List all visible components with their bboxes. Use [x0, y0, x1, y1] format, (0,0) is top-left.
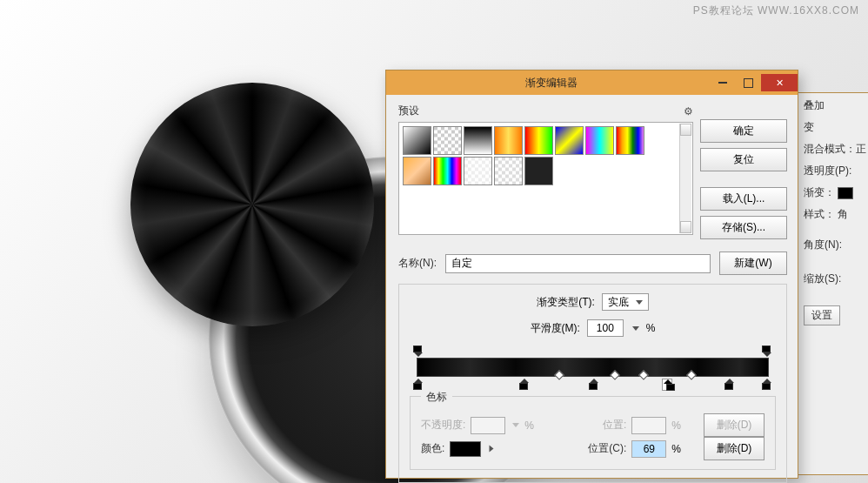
color-stop[interactable] [519, 379, 530, 391]
preset-swatch[interactable] [494, 126, 523, 155]
color-stop[interactable] [762, 379, 772, 391]
chevron-down-icon[interactable] [632, 326, 639, 331]
preset-swatch[interactable] [555, 126, 584, 155]
presets-gear-icon[interactable]: ⚙ [684, 105, 693, 117]
delete-opacity-stop-button: 删除(D) [704, 413, 765, 437]
smoothness-label: 平滑度(M): [531, 321, 580, 336]
opacity-position-label: 位置: [603, 418, 626, 433]
preset-swatch[interactable] [616, 126, 644, 155]
window-close-button[interactable] [761, 74, 798, 91]
presets-label: 预设 [398, 104, 419, 118]
gradient-editor-dialog: 渐变编辑器 预设 ⚙ [385, 70, 798, 479]
color-stop-selected[interactable] [662, 379, 672, 391]
color-stop[interactable] [413, 379, 424, 391]
side-scale-label: 缩放(S): [804, 272, 865, 286]
chevron-right-icon[interactable] [490, 446, 494, 453]
delete-color-stop-button[interactable]: 删除(D) [704, 437, 765, 460]
chevron-down-icon [512, 423, 519, 427]
new-button[interactable]: 新建(W) [719, 252, 787, 275]
presets-box [398, 122, 693, 235]
preset-swatch[interactable] [433, 126, 462, 155]
side-opacity-label: 透明度(P): [804, 164, 865, 178]
save-button[interactable]: 存储(S)... [700, 216, 787, 239]
preset-swatch[interactable] [464, 126, 492, 155]
preset-swatch[interactable] [464, 157, 492, 185]
preset-swatch[interactable] [433, 157, 462, 185]
window-minimize-button[interactable] [711, 74, 735, 91]
percent-sign: % [524, 419, 534, 432]
side-grad-short: 变 [804, 120, 865, 135]
color-position-input[interactable] [631, 440, 666, 458]
side-style-label: 样式： 角 [804, 207, 865, 222]
percent-sign: % [646, 322, 656, 334]
load-button[interactable]: 载入(L)... [700, 187, 787, 211]
layer-style-dialog-partial: 叠加 变 混合模式：正 透明度(P): 渐变： 样式： 角 角度(N): 缩放(… [794, 92, 868, 475]
cancel-button[interactable]: 复位 [700, 148, 787, 171]
background-knob-graphic [130, 83, 374, 326]
preset-swatch[interactable] [585, 126, 614, 155]
opacity-position-input [631, 417, 666, 434]
color-stop-label: 颜色: [421, 441, 444, 456]
ok-button[interactable]: 确定 [700, 119, 787, 143]
gradient-ramp[interactable] [410, 345, 776, 391]
presets-scrollbar[interactable] [679, 124, 691, 233]
side-settings-button[interactable]: 设置 [804, 305, 840, 325]
stops-title: 色标 [421, 390, 452, 405]
titlebar[interactable]: 渐变编辑器 [386, 70, 798, 95]
opacity-stop-label: 不透明度: [421, 418, 465, 433]
chevron-down-icon [636, 300, 643, 305]
name-label: 名称(N): [398, 256, 437, 271]
preset-swatch[interactable] [524, 126, 553, 155]
side-blend-label: 混合模式：正 [804, 142, 865, 157]
smoothness-input[interactable] [587, 319, 624, 337]
preset-swatch[interactable] [524, 157, 553, 185]
preset-swatch[interactable] [403, 157, 431, 185]
opacity-value-input [471, 417, 505, 434]
stops-group: 色标 不透明度: % 位置: % 删除(D) 颜色: [410, 396, 776, 470]
side-gradient-label: 渐变： [804, 185, 865, 200]
gradient-options-group: 渐变类型(T): 实底 平滑度(M): % [398, 284, 787, 483]
opacity-stop[interactable] [762, 345, 772, 356]
opacity-stop[interactable] [413, 345, 424, 356]
watermark-text: PS教程论坛 WWW.16XX8.COM [693, 3, 859, 18]
color-well[interactable] [450, 441, 481, 457]
dialog-title: 渐变编辑器 [393, 76, 710, 91]
window-maximize-button[interactable] [736, 74, 760, 91]
side-gradient-swatch[interactable] [838, 187, 853, 199]
side-angle-label: 角度(N): [804, 238, 865, 252]
percent-sign: % [671, 419, 681, 432]
percent-sign: % [671, 443, 681, 455]
name-input[interactable] [445, 254, 711, 273]
gradient-bar[interactable] [417, 358, 769, 377]
side-overlay-label: 叠加 [804, 98, 865, 113]
gradient-type-label: 渐变类型(T): [537, 295, 595, 310]
color-position-label: 位置(C): [588, 441, 626, 456]
color-stop[interactable] [589, 379, 599, 391]
preset-swatch[interactable] [403, 126, 431, 155]
color-stop[interactable] [724, 379, 735, 391]
gradient-type-select[interactable]: 实底 [602, 293, 649, 311]
preset-swatch[interactable] [494, 157, 523, 185]
